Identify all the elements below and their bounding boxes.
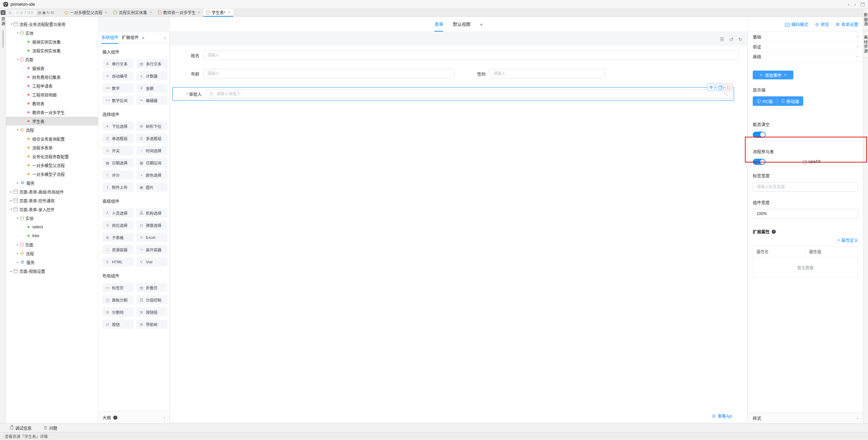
palette-item[interactable]: A 单行文本 <box>102 59 134 68</box>
redo-icon[interactable]: ↻ <box>738 37 742 42</box>
gender-input[interactable] <box>490 69 605 78</box>
rail-tab[interactable]: 离线资源 <box>863 31 868 58</box>
palette-item[interactable]: ¥ 金额 <box>136 83 167 93</box>
name-input[interactable] <box>203 51 739 60</box>
palette-item[interactable]: 吕 分组控制 <box>136 295 167 304</box>
tree-item[interactable]: ▸ 流程 <box>6 249 98 258</box>
nav-forward-icon[interactable]: › <box>854 2 856 7</box>
palette-item[interactable]: ▤ 多行文本 <box>136 59 167 68</box>
header-action-button[interactable]: 表单设置 <box>836 21 858 27</box>
palette-item[interactable]: 人 人员选择 <box>102 208 134 217</box>
tree-item[interactable]: ▸ 页面 <box>6 240 98 249</box>
field-settings-button[interactable]: ⚙ <box>707 83 715 91</box>
tab-close-icon[interactable]: × <box>228 10 230 15</box>
search-box[interactable] <box>2 10 36 16</box>
palette-item[interactable]: A≡ 编辑器 <box>136 96 167 105</box>
palette-item[interactable]: 1~3 数字区间 <box>102 96 134 105</box>
palette-item[interactable]: ▤ 折叠页 <box>136 283 167 292</box>
problems-button[interactable]: ☰ 问题 <box>44 425 57 431</box>
view-api-link[interactable]: ◎ 查看Api <box>712 413 732 419</box>
nav-back-icon[interactable]: ‹ <box>848 2 850 7</box>
tree-item[interactable]: ▾ 页面 <box>6 55 98 64</box>
palette-item[interactable]: ⊙ 开关 <box>102 146 134 155</box>
palette-item[interactable]: ⊡ 弹窗选择 <box>136 221 167 230</box>
tree-item[interactable]: ▸ 服务 <box>6 178 98 187</box>
import-resource-icon[interactable]: ▤ <box>38 11 41 15</box>
palette-item[interactable]: ▣ 图片 <box>136 183 167 192</box>
tree-item[interactable]: 流程多表单 <box>6 143 98 152</box>
resource-search-input[interactable] <box>8 11 35 15</box>
view-tab[interactable]: 表单 <box>434 17 443 32</box>
outline-bar[interactable]: 大纲 i › <box>98 411 169 423</box>
document-tab[interactable]: 流程实例实体集 × <box>110 9 155 17</box>
document-tab[interactable]: 教师表一对多学生 × <box>155 9 203 17</box>
palette-item[interactable]: V Vue <box>136 257 167 266</box>
header-action-button[interactable]: 编码模式 <box>785 21 808 27</box>
tab-extend-components[interactable]: 扩展组件 <box>122 32 139 44</box>
tab-close-icon[interactable]: × <box>198 10 200 15</box>
palette-item[interactable]: □ 资源容器 <box>102 245 134 254</box>
tab-close-icon[interactable]: × <box>105 10 107 15</box>
tree-item[interactable]: ▸ 页面-表单-高级/布局组件 <box>6 187 98 196</box>
add-view-button[interactable]: + <box>480 17 482 32</box>
tree-expand-arrow[interactable]: ▾ <box>9 22 14 26</box>
tree-item[interactable]: 流程实例实体集 <box>6 46 98 55</box>
accordion-section[interactable]: 高级 › <box>748 52 863 61</box>
tree-item[interactable]: ▸ 页面-视图设置 <box>6 267 98 275</box>
palette-item[interactable]: 5 HTML <box>102 257 134 266</box>
participant-toggle[interactable] <box>753 159 766 165</box>
pin-icon[interactable] <box>142 37 144 39</box>
tree-item[interactable]: 财务费用归集表 <box>6 73 98 81</box>
palette-item[interactable]: ⊞ 按钮组 <box>136 307 167 317</box>
tree-item[interactable]: 学生表 <box>6 117 98 126</box>
tree-item[interactable]: 结合业务查询配置 <box>6 134 98 143</box>
palette-item[interactable]: ▩ 日期区间 <box>136 158 167 167</box>
palette-item[interactable]: ▦ 日期选择 <box>102 158 134 167</box>
accordion-section[interactable]: 基础 › <box>748 32 863 42</box>
refresh-icon[interactable]: ↻ <box>47 11 50 15</box>
palette-item[interactable]: ⊞ 导航树 <box>136 320 167 329</box>
rail-tab-resources[interactable]: 资源 <box>0 17 6 26</box>
search-picker-icon[interactable] <box>724 92 728 96</box>
document-tab[interactable]: 一对多模型父流程 × <box>61 9 110 17</box>
palette-item[interactable]: ◑ 颜色选择 <box>136 170 167 179</box>
participant-value-chip[interactable]: xpath <box>803 159 821 164</box>
tree-expand-arrow[interactable]: ▾ <box>15 31 20 35</box>
undo-icon[interactable]: ↺ <box>729 37 733 42</box>
clearable-toggle[interactable] <box>753 132 766 138</box>
label-width-input[interactable] <box>753 182 858 192</box>
tree-item[interactable]: 业务化流程参数配置 <box>6 152 98 161</box>
palette-item[interactable]: ☆ 评分 <box>102 170 134 179</box>
palette-item[interactable]: 123 数字 <box>102 83 134 93</box>
tab-close-icon[interactable]: × <box>150 10 152 15</box>
form-field-name[interactable]: 姓名 <box>170 51 739 60</box>
tree-expand-arrow[interactable]: ▸ <box>15 261 20 264</box>
tree-item[interactable]: 报销表 <box>6 64 98 73</box>
tree-expand-arrow[interactable]: ▸ <box>15 243 20 246</box>
selected-approver-field[interactable]: *审批人 ⚙ <box>172 87 734 101</box>
tree-expand-arrow[interactable]: ▾ <box>9 208 14 211</box>
palette-item[interactable]: </> 高开容器 <box>136 245 167 254</box>
palette-item[interactable]: ☰ 单选框组 <box>102 134 134 143</box>
tree-expand-arrow[interactable]: ▸ <box>15 252 20 255</box>
palette-item[interactable]: ▾ 下拉选择 <box>102 121 134 131</box>
tree-expand-arrow[interactable]: ▾ <box>15 216 20 220</box>
tree-item[interactable]: ▸ 页面-表单-控件通用 <box>6 196 98 205</box>
save-icon[interactable] <box>861 2 865 6</box>
approver-input[interactable] <box>206 89 731 99</box>
collapse-all-icon[interactable]: ⊟ <box>51 11 54 15</box>
tree-item[interactable]: ▾ 流程-业务流程配置与使用 <box>6 20 98 28</box>
field-delete-button[interactable] <box>725 83 732 91</box>
tree-expand-arrow[interactable]: ▸ <box>15 181 20 185</box>
field-copy-button[interactable] <box>716 83 724 91</box>
tree-item[interactable]: 工程申请表 <box>6 81 98 90</box>
palette-item[interactable]: ⊞ 树形下拉 <box>136 121 167 131</box>
tree-expand-arrow[interactable]: ▸ <box>9 269 14 273</box>
outline-icon[interactable]: ☰ <box>720 37 724 42</box>
header-action-button[interactable]: 预览 <box>815 21 829 27</box>
tree-item[interactable]: ▾ 实体 <box>6 214 98 223</box>
palette-item[interactable]: ± 计数器 <box>136 71 167 80</box>
tree-item[interactable]: 教师表 <box>6 99 98 108</box>
tree-item[interactable]: ▾ 实体 <box>6 28 98 37</box>
age-input[interactable] <box>203 69 454 78</box>
